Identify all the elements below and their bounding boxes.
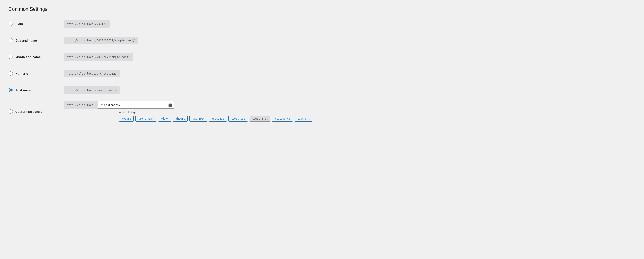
numeric-row: Numeric http://cleo.local/archives/123 [8,68,327,79]
tag-author[interactable]: %author% [294,116,312,122]
numeric-url: http://cleo.local/archives/123 [64,70,120,77]
post-name-label[interactable]: Post name [8,88,64,92]
custom-url-prefix: http://cleo.local [64,101,98,109]
plain-radio[interactable] [8,22,13,26]
day-and-name-row: Day and name http://cleo.local/2022/07/2… [8,35,327,46]
plain-url: http://cleo.local/?p=123 [64,20,110,27]
structure-tags-button[interactable] [166,102,174,108]
tag-year[interactable]: %year% [119,116,134,122]
tag-minute[interactable]: %minute% [189,116,207,122]
tag-hour[interactable]: %hour% [173,116,188,122]
custom-structure-input[interactable] [98,101,166,108]
common-settings-section: Plain http://cleo.local/?p=123 Day and n… [8,18,327,122]
month-and-name-row: Month and name http://cleo.local/2022/07… [8,52,327,62]
plain-label[interactable]: Plain [8,22,64,26]
page-title: Common Settings [8,6,636,12]
day-and-name-url: http://cleo.local/2022/07/28/sample-post… [64,37,138,44]
tag-monthnum[interactable]: %monthnum% [136,116,156,122]
month-and-name-url: http://cleo.local/2022/07/sample-post/ [64,53,133,61]
day-and-name-label[interactable]: Day and name [8,38,64,42]
custom-structure-row: Custom Structure http://cleo.local [8,101,327,122]
numeric-label[interactable]: Numeric [8,71,64,76]
day-and-name-label-text: Day and name [15,39,37,42]
plain-row: Plain http://cleo.local/?p=123 [8,18,327,29]
month-and-name-label-text: Month and name [15,55,40,59]
svg-rect-0 [168,103,170,105]
day-and-name-radio[interactable] [8,38,13,42]
post-name-row: Post name http://cleo.local/sample-post/ [8,85,327,95]
table-icon [168,103,172,107]
svg-rect-1 [170,103,172,105]
custom-structure-label-text: Custom Structure [15,110,42,113]
post-name-radio[interactable] [8,88,13,92]
custom-structure-label[interactable]: Custom Structure [8,109,64,114]
tag-second[interactable]: %second% [209,116,227,122]
month-and-name-label[interactable]: Month and name [8,55,64,59]
svg-rect-2 [168,105,170,106]
tag-post_id[interactable]: %post_id% [228,116,248,122]
custom-input-wrapper [98,101,174,109]
post-name-url: http://cleo.local/sample-post/ [64,86,120,94]
numeric-radio[interactable] [8,71,13,76]
month-and-name-radio[interactable] [8,55,13,59]
custom-structure-inputs: http://cleo.local [64,101,312,109]
svg-rect-3 [170,105,172,106]
numeric-label-text: Numeric [15,72,28,75]
tag-category[interactable]: %category% [272,116,293,122]
available-tags-label: Available tags: [119,111,312,114]
tag-day[interactable]: %day% [158,116,171,122]
tag-postname[interactable]: %postname% [250,116,270,122]
post-name-label-text: Post name [15,88,32,92]
tags-container: %year%%monthnum%%day%%hour%%minute%%seco… [119,116,312,122]
custom-structure-content: http://cleo.local Available tags: %year%… [64,101,312,122]
custom-structure-radio[interactable] [8,109,13,114]
plain-label-text: Plain [15,22,23,26]
